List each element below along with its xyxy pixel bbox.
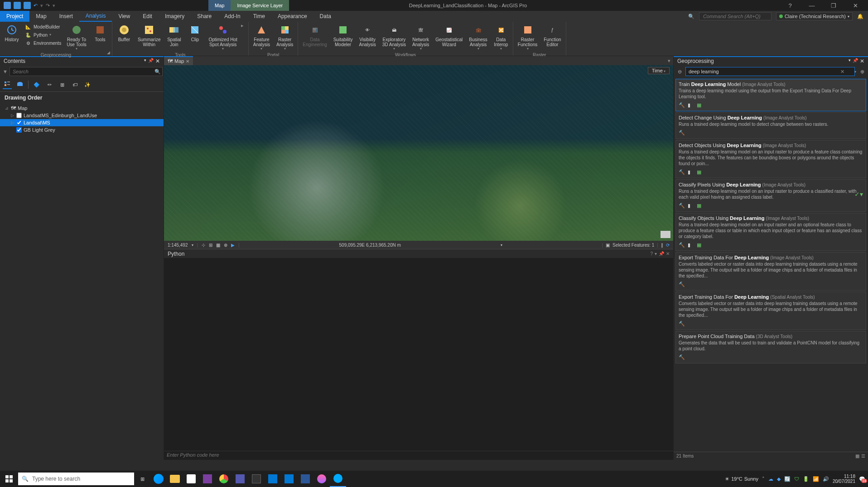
visibility-analysis-button[interactable]: 👁Visibility Analysis bbox=[357, 23, 379, 48]
task-view-icon[interactable]: ⊞ bbox=[134, 471, 150, 487]
tab-analysis[interactable]: Analysis bbox=[79, 11, 112, 22]
list-by-perf-icon[interactable]: ✨ bbox=[83, 80, 92, 89]
minimize-button[interactable]: — bbox=[804, 0, 820, 11]
outlook-icon[interactable] bbox=[281, 471, 297, 487]
gp-view-list-icon[interactable]: ☰ bbox=[861, 454, 865, 458]
python-help-icon[interactable]: ? bbox=[650, 251, 653, 256]
maximize-button[interactable]: ❐ bbox=[825, 0, 842, 11]
qat-redo-icon[interactable]: ↷ bbox=[46, 3, 50, 9]
gp-autohide-icon[interactable]: 📌 bbox=[853, 58, 858, 64]
teams-icon[interactable] bbox=[232, 471, 248, 487]
app-icon[interactable] bbox=[248, 471, 265, 487]
tray-battery-icon[interactable]: 🔋 bbox=[803, 476, 809, 482]
tray-chevron-icon[interactable]: ˄ bbox=[762, 476, 765, 482]
python-close-icon[interactable]: ✕ bbox=[666, 251, 670, 256]
contents-close-icon[interactable]: ✕ bbox=[155, 58, 160, 64]
hotspot-button[interactable]: Optimized Hot Spot Analysis bbox=[206, 23, 240, 52]
list-by-labeling-icon[interactable]: 🏷 bbox=[70, 80, 79, 89]
raster-analysis-button[interactable]: Raster Analysis bbox=[274, 23, 296, 52]
word-icon[interactable] bbox=[297, 471, 313, 487]
gp-tool-item[interactable]: Detect Change Using Deep Learning (Image… bbox=[675, 112, 866, 139]
summarize-within-button[interactable]: Summarize Within bbox=[135, 23, 164, 48]
tab-data[interactable]: Data bbox=[313, 11, 338, 22]
list-by-snapping-icon[interactable]: ⊞ bbox=[58, 80, 67, 89]
gp-tool-item[interactable]: Detect Objects Using Deep Learning (Imag… bbox=[675, 140, 866, 178]
suitability-modeler-button[interactable]: Suitability Modeler bbox=[331, 23, 356, 48]
exploratory-3d-button[interactable]: 🏔Exploratory 3D Analysis bbox=[380, 23, 409, 52]
taskbar-search[interactable]: 🔍 Type here to search bbox=[18, 473, 134, 485]
gp-tool-item[interactable]: Train Deep Learning Model (Image Analyst… bbox=[675, 79, 866, 111]
store-icon[interactable] bbox=[183, 471, 199, 487]
tray-app-icon[interactable]: ◆ bbox=[777, 476, 781, 482]
tray-wifi-icon[interactable]: 📶 bbox=[813, 476, 819, 482]
gp-tool-item[interactable]: Export Training Data For Deep Learning (… bbox=[675, 252, 866, 291]
map-tab-close-icon[interactable]: ✕ bbox=[186, 59, 189, 64]
environments-button[interactable]: ⚙Environments bbox=[23, 39, 63, 47]
history-button[interactable]: History bbox=[2, 23, 22, 43]
data-interop-button[interactable]: 🔀Data Interop bbox=[491, 23, 511, 52]
contents-autohide-icon[interactable]: 📌 bbox=[148, 58, 154, 64]
toc-layer-landsat[interactable]: ▷ Landsat\MS bbox=[0, 119, 164, 126]
status-icon[interactable]: ⊞ bbox=[209, 243, 212, 248]
chrome-icon[interactable] bbox=[216, 471, 232, 487]
map-canvas[interactable]: Time bbox=[164, 65, 673, 241]
notifications-icon[interactable]: 🔔 bbox=[857, 14, 863, 19]
time-slider-button[interactable]: Time bbox=[648, 67, 670, 74]
taskbar-clock[interactable]: 11:18 20/07/2021 bbox=[833, 474, 855, 484]
map-attribution-icon[interactable] bbox=[661, 231, 670, 238]
weather-widget[interactable]: ☀ 19°C Sunny bbox=[725, 476, 758, 482]
business-analysis-button[interactable]: 💼Business Analysis bbox=[466, 23, 490, 52]
tab-addin[interactable]: Add-In bbox=[218, 11, 246, 22]
search-icon[interactable]: 🔍 bbox=[154, 69, 161, 75]
tab-map[interactable]: Map bbox=[29, 11, 53, 22]
tray-app-icon[interactable]: 🔄 bbox=[784, 476, 791, 482]
gp-tool-item[interactable]: Export Training Data For Deep Learning (… bbox=[675, 291, 866, 330]
raster-functions-button[interactable]: Raster Functions bbox=[515, 23, 540, 52]
action-center-icon[interactable]: 💬14 bbox=[859, 476, 865, 482]
python-input[interactable]: Enter Python code here bbox=[164, 451, 673, 460]
gp-tool-item[interactable]: Prepare Point Cloud Training Data (3D An… bbox=[675, 331, 866, 363]
status-icon[interactable]: ⊹ bbox=[202, 243, 205, 248]
gp-add-button[interactable]: ⊕ bbox=[858, 69, 866, 75]
status-icon[interactable]: ▦ bbox=[216, 243, 220, 248]
context-tab-map[interactable]: Map bbox=[208, 0, 231, 11]
contents-search-input[interactable] bbox=[10, 67, 163, 76]
tab-project[interactable]: Project bbox=[0, 11, 29, 22]
arcgis-pro-icon[interactable] bbox=[330, 471, 346, 487]
tab-edit[interactable]: Edit bbox=[136, 11, 159, 22]
list-by-source-icon[interactable] bbox=[15, 80, 24, 89]
python-output-area[interactable] bbox=[164, 258, 673, 451]
tray-onedrive-icon[interactable]: ☁ bbox=[768, 476, 773, 482]
tray-security-icon[interactable]: 🛡 bbox=[794, 476, 799, 482]
layer-visibility-checkbox[interactable] bbox=[16, 120, 22, 125]
vscode-icon[interactable] bbox=[265, 471, 281, 487]
tray-volume-icon[interactable]: 🔊 bbox=[823, 476, 829, 482]
help-button[interactable]: ? bbox=[782, 0, 798, 11]
gp-search-input[interactable] bbox=[685, 67, 855, 76]
modelbuilder-button[interactable]: 📐ModelBuilder bbox=[23, 23, 63, 31]
gp-menu-icon[interactable]: ▾ bbox=[849, 58, 851, 64]
tab-imagery[interactable]: Imagery bbox=[159, 11, 191, 22]
gp-back-button[interactable]: ⊖ bbox=[675, 69, 684, 75]
tab-insert[interactable]: Insert bbox=[53, 11, 79, 22]
dialog-launcher-icon[interactable]: ◢ bbox=[107, 50, 110, 55]
list-by-editing-icon[interactable]: ✏ bbox=[45, 80, 54, 89]
network-analysis-button[interactable]: 🕸Network Analysis bbox=[410, 23, 432, 52]
tab-view[interactable]: View bbox=[112, 11, 136, 22]
python-menu-icon[interactable]: ▾ bbox=[655, 251, 657, 256]
feature-analysis-button[interactable]: Feature Analysis bbox=[251, 23, 273, 52]
list-by-selection-icon[interactable]: 🔷 bbox=[32, 80, 41, 89]
explorer-icon[interactable] bbox=[167, 471, 183, 487]
tab-share[interactable]: Share bbox=[191, 11, 218, 22]
toc-layer-landuse[interactable]: ▷ LandsatMS_Edinburgh_LandUse bbox=[0, 112, 164, 119]
tab-appearance[interactable]: Appearance bbox=[271, 11, 313, 22]
toc-layer-basemap[interactable]: GB Light Grey bbox=[0, 126, 164, 134]
qat-undo-icon[interactable]: ↶ bbox=[34, 3, 38, 9]
context-tab-image-service[interactable]: Image Service Layer bbox=[231, 0, 289, 11]
function-editor-button[interactable]: ƒFunction Editor bbox=[541, 23, 564, 48]
map-tabs-menu-icon[interactable]: ▾ bbox=[665, 56, 673, 65]
toc-map-node[interactable]: ⊿ 🗺 Map bbox=[0, 105, 164, 112]
gp-tool-item[interactable]: Classify Pixels Using Deep Learning (Ima… bbox=[675, 179, 866, 212]
filter-icon[interactable]: ▼ bbox=[3, 69, 8, 74]
pause-icon[interactable]: ∥ bbox=[661, 243, 663, 248]
